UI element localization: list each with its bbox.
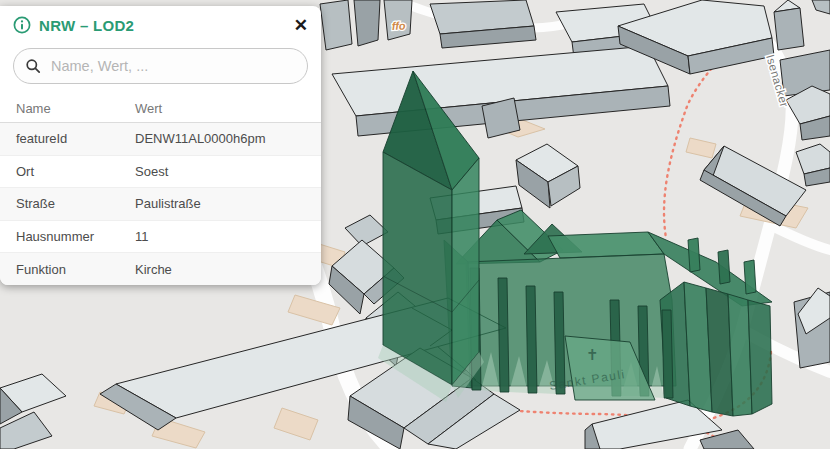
close-icon[interactable]: ✕ bbox=[294, 17, 308, 34]
panel-title: NRW – LOD2 bbox=[39, 17, 134, 34]
row-name: Funktion bbox=[16, 262, 135, 277]
row-value: DENW11AL0000h6pm bbox=[135, 131, 305, 146]
row-value: Soest bbox=[135, 164, 305, 179]
panel-header: NRW – LOD2 ✕ bbox=[0, 6, 321, 44]
search-input[interactable] bbox=[49, 57, 296, 75]
row-value: Kirche bbox=[135, 262, 305, 277]
row-value: 11 bbox=[135, 229, 305, 244]
row-value: Paulistraße bbox=[135, 196, 305, 211]
church-cross-icon: ✝ bbox=[586, 346, 599, 363]
search-box[interactable] bbox=[13, 48, 308, 84]
search-icon bbox=[25, 58, 41, 74]
table-row[interactable]: Funktion Kirche bbox=[0, 253, 321, 285]
column-header-name: Name bbox=[16, 101, 135, 116]
row-name: featureId bbox=[16, 131, 135, 146]
street-label-fragment: ffo bbox=[391, 19, 406, 32]
attribute-table: featureId DENW11AL0000h6pm Ort Soest Str… bbox=[0, 123, 321, 285]
table-header: Name Wert bbox=[0, 94, 321, 123]
table-row[interactable]: Hausnummer 11 bbox=[0, 221, 321, 254]
table-row[interactable]: Straße Paulistraße bbox=[0, 188, 321, 221]
info-icon bbox=[13, 16, 31, 34]
row-name: Straße bbox=[16, 196, 135, 211]
app-window: ffo bbox=[0, 0, 830, 449]
row-name: Hausnummer bbox=[16, 229, 135, 244]
table-row[interactable]: Ort Soest bbox=[0, 156, 321, 189]
table-row[interactable]: featureId DENW11AL0000h6pm bbox=[0, 123, 321, 156]
feature-info-panel: NRW – LOD2 ✕ Name Wert featureId DENW11A… bbox=[0, 6, 321, 285]
column-header-value: Wert bbox=[135, 101, 305, 116]
row-name: Ort bbox=[16, 164, 135, 179]
